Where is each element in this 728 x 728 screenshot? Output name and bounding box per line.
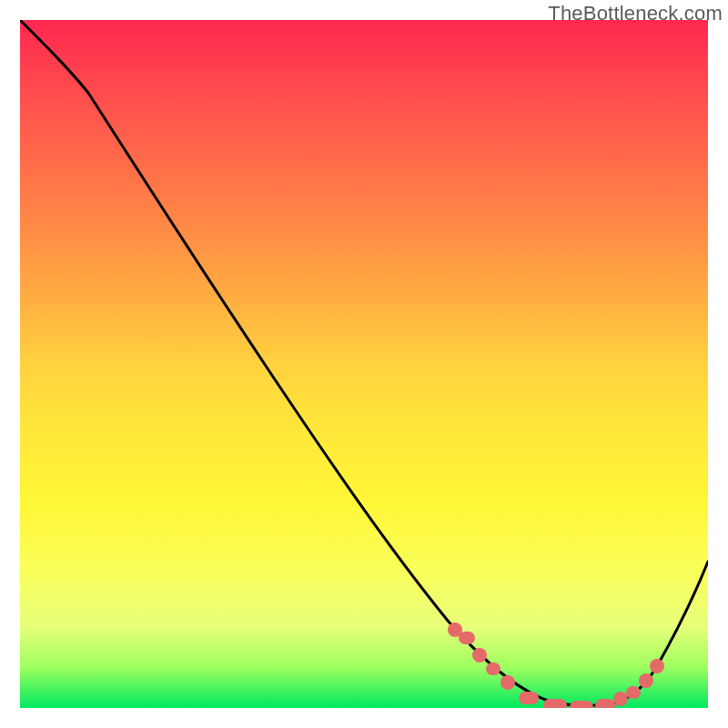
data-marker: [570, 701, 593, 708]
chart-canvas: TheBottleneck.com: [0, 0, 728, 728]
data-marker: [472, 648, 487, 662]
data-marker: [459, 632, 475, 644]
data-marker: [500, 675, 515, 690]
data-marker: [519, 692, 539, 704]
curve-svg: [20, 20, 708, 708]
data-marker: [650, 659, 664, 673]
data-marker: [595, 699, 615, 708]
data-marker: [613, 692, 628, 706]
plot-area: [20, 20, 708, 708]
data-marker: [639, 673, 653, 688]
data-marker: [486, 662, 500, 675]
data-marker: [626, 686, 641, 699]
data-marker: [543, 699, 567, 708]
bottleneck-curve: [20, 20, 708, 706]
